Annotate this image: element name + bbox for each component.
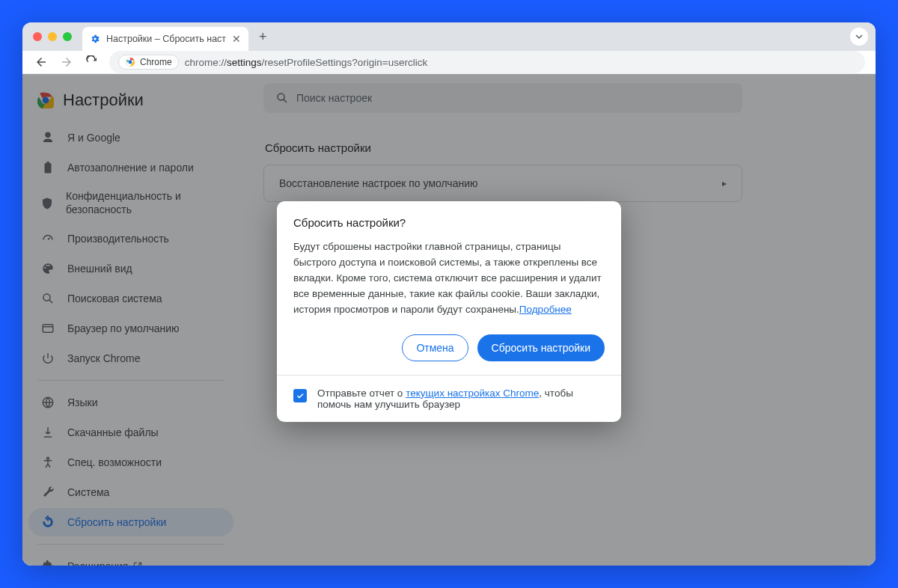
modal-overlay: Сбросить настройки? Будут сброшены настр… [22, 74, 876, 566]
browser-tab[interactable]: Настройки – Сбросить наст ✕ [82, 27, 248, 51]
url-text: chrome://settings/resetProfileSettings?o… [185, 57, 428, 68]
maximize-window-icon[interactable] [63, 32, 72, 41]
tab-title: Настройки – Сбросить наст [106, 34, 226, 44]
content-area: Настройки Я и Google Автозаполнение и па… [22, 74, 876, 566]
reload-button[interactable] [84, 54, 100, 70]
site-chip[interactable]: Chrome [118, 55, 179, 70]
browser-window: Настройки – Сбросить наст ✕ + Chrome [22, 22, 876, 566]
close-window-icon[interactable] [33, 32, 42, 41]
report-label: Отправьте отчет о текущих настройках Chr… [317, 388, 605, 410]
forward-button[interactable] [58, 54, 75, 70]
svg-point-1 [129, 61, 132, 64]
minimize-window-icon[interactable] [48, 32, 57, 41]
dialog-body-text: Будут сброшены настройки главной страниц… [293, 239, 605, 318]
learn-more-link[interactable]: Подробнее [519, 304, 572, 315]
address-bar[interactable]: Chrome chrome://settings/resetProfileSet… [109, 51, 865, 73]
close-tab-icon[interactable]: ✕ [232, 33, 241, 45]
back-button[interactable] [33, 54, 49, 70]
current-settings-link[interactable]: текущих настройках Chrome [406, 388, 539, 399]
window-controls [33, 32, 72, 41]
toolbar: Chrome chrome://settings/resetProfileSet… [22, 51, 876, 74]
reset-confirm-button[interactable]: Сбросить настройки [477, 334, 605, 361]
chrome-icon [125, 57, 135, 67]
report-checkbox[interactable] [293, 389, 307, 402]
dialog-title: Сбросить настройки? [293, 216, 605, 229]
site-chip-label: Chrome [140, 57, 172, 67]
cancel-button[interactable]: Отмена [402, 334, 468, 361]
new-tab-button[interactable]: + [254, 29, 272, 45]
tab-bar: Настройки – Сбросить наст ✕ + [22, 22, 876, 51]
tabs-dropdown-button[interactable] [850, 28, 868, 46]
gear-icon [90, 34, 100, 44]
reset-dialog: Сбросить настройки? Будут сброшены настр… [277, 201, 621, 422]
